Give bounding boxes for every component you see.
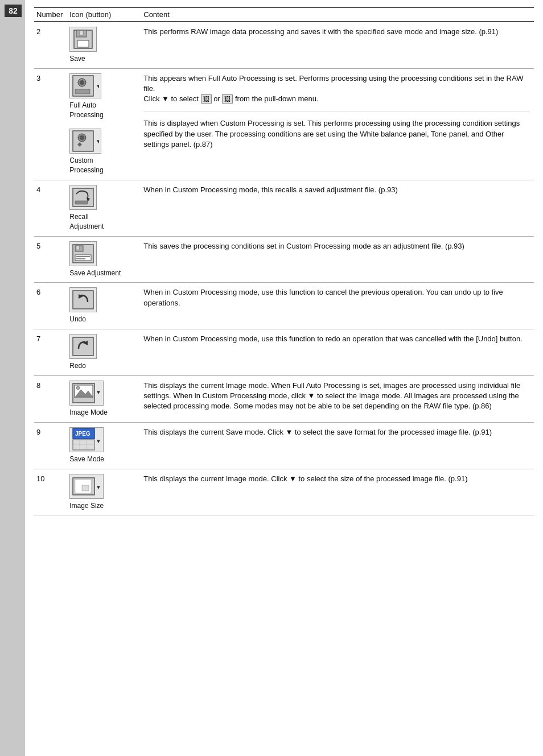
redo-icon	[69, 334, 97, 359]
icon-container-full-auto: ▼ Full AutoProcessing	[69, 73, 137, 120]
row-content: When in Custom Processing mode, use this…	[141, 329, 534, 376]
svg-point-11	[80, 135, 84, 140]
svg-point-29	[76, 386, 80, 390]
row-icon-cell: ▼ Image Size	[67, 469, 141, 515]
row-content: This displays the current Image mode. Cl…	[141, 469, 534, 515]
custom-content: This is displayed when Custom Processing…	[143, 118, 529, 150]
page-wrapper: 82 Number Icon (button) Content 2	[0, 0, 543, 756]
save-adj-label: Save Adjustment	[69, 268, 121, 278]
row-content: This performs RAW image data processing …	[141, 22, 534, 68]
undo-icon	[69, 287, 97, 312]
icon-container-image-mode: ▼ Image Mode	[69, 381, 137, 418]
row-content: This displays the current Image mode. Wh…	[141, 375, 534, 422]
image-size-icon: ▼	[69, 474, 104, 499]
row-number: 2	[34, 22, 67, 68]
svg-text:▼: ▼	[96, 389, 101, 395]
main-table: Number Icon (button) Content 2	[34, 7, 534, 515]
header-icon: Icon (button)	[67, 7, 141, 22]
icon-container-redo: Redo	[69, 334, 137, 371]
svg-text:▼: ▼	[96, 438, 101, 444]
table-row: 4 RecallAdjustment	[34, 180, 534, 236]
svg-rect-21	[76, 258, 85, 259]
svg-text:▼: ▼	[96, 83, 99, 89]
header-content: Content	[141, 7, 534, 22]
row-content: This saves the processing conditions set…	[141, 236, 534, 283]
row-number: 4	[34, 180, 67, 236]
row-icon-cell: ▼ Full AutoProcessing	[67, 68, 141, 180]
full-auto-label: Full AutoProcessing	[69, 101, 103, 120]
table-row: 3 ▼	[34, 68, 534, 180]
row-number: 6	[34, 283, 67, 329]
row-content: When in Custom Processing mode, use this…	[141, 283, 534, 329]
row-number: 9	[34, 422, 67, 469]
svg-rect-40	[82, 485, 89, 491]
icon-container-save-mode: JPEG ▼ Save Mode	[69, 427, 137, 464]
svg-text:JPEG: JPEG	[75, 431, 90, 437]
image-size-label: Image Size	[69, 501, 104, 511]
row-content: When in Custom Processing mode, this rec…	[141, 180, 534, 236]
full-auto-icon: ▼	[69, 73, 101, 98]
table-row: 5	[34, 236, 534, 283]
row-content: This displays the current Save mode. Cli…	[141, 422, 534, 469]
table-row: 10 ▼	[34, 469, 534, 515]
icon-container: Save	[69, 27, 137, 64]
row-icon-cell: Save	[67, 22, 141, 68]
icon-container-custom: ▼ CustomProcessing	[69, 129, 137, 175]
row-icon-cell: ▼ Image Mode	[67, 375, 141, 422]
save-adj-icon	[69, 241, 97, 266]
content-area: Number Icon (button) Content 2	[25, 0, 543, 756]
undo-label: Undo	[69, 315, 86, 324]
table-row: 7 Redo	[34, 329, 534, 376]
svg-text:▼: ▼	[96, 484, 101, 490]
svg-rect-18	[76, 246, 79, 250]
row-number: 10	[34, 469, 67, 515]
table-row: 8 ▼	[34, 375, 534, 422]
image-mode-icon: ▼	[69, 381, 104, 406]
row-icon-cell: Save Adjustment	[67, 236, 141, 283]
svg-rect-19	[75, 255, 91, 261]
svg-rect-24	[73, 337, 93, 356]
svg-rect-33	[73, 440, 94, 450]
row-icon-cell: RecallAdjustment	[67, 180, 141, 236]
header-number: Number	[34, 7, 67, 22]
row-number: 7	[34, 329, 67, 376]
row-content: This appears when Full Auto Processing i…	[141, 68, 534, 180]
svg-rect-7	[75, 89, 90, 94]
recall-icon	[69, 185, 97, 210]
row-number: 5	[34, 236, 67, 283]
image-mode-label: Image Mode	[69, 408, 108, 418]
save-label: Save	[69, 54, 85, 64]
custom-label: CustomProcessing	[69, 156, 103, 175]
save-icon	[69, 27, 97, 52]
svg-text:▼: ▼	[96, 138, 99, 144]
svg-rect-3	[80, 31, 83, 35]
custom-icon: ▼	[69, 129, 101, 154]
page-number: 82	[5, 5, 22, 17]
row-number: 8	[34, 375, 67, 422]
row-icon-cell: JPEG ▼ Save Mode	[67, 422, 141, 469]
row-number: 3	[34, 68, 67, 180]
row-icon-cell: Undo	[67, 283, 141, 329]
left-tab: 82	[0, 0, 25, 756]
save-mode-label: Save Mode	[69, 455, 104, 464]
svg-rect-15	[75, 201, 88, 204]
table-row: 9 JPEG	[34, 422, 534, 469]
save-mode-icon: JPEG ▼	[69, 427, 104, 452]
svg-point-6	[80, 80, 84, 85]
svg-rect-2	[77, 40, 89, 47]
icon-container-image-size: ▼ Image Size	[69, 474, 137, 511]
redo-label: Redo	[69, 361, 86, 371]
icon-container-recall: RecallAdjustment	[69, 185, 137, 232]
table-row: 6 Undo	[34, 283, 534, 329]
svg-rect-22	[73, 291, 93, 309]
icon-container-save-adj: Save Adjustment	[69, 241, 137, 278]
table-row: 2 Save	[34, 22, 534, 68]
row-icon-cell: Redo	[67, 329, 141, 376]
icon-container-undo: Undo	[69, 287, 137, 324]
table-header-row: Number Icon (button) Content	[34, 7, 534, 22]
svg-rect-20	[76, 256, 90, 257]
recall-label: RecallAdjustment	[69, 212, 104, 232]
full-auto-content: This appears when Full Auto Processing i…	[143, 73, 529, 112]
